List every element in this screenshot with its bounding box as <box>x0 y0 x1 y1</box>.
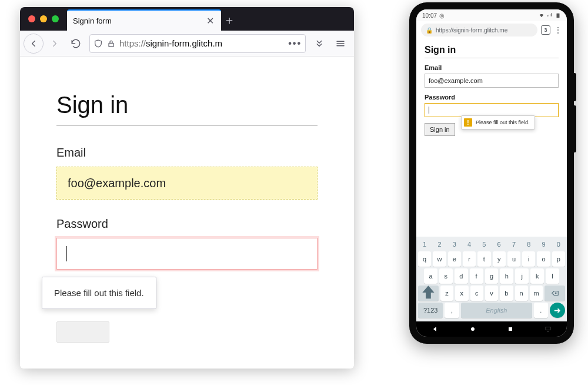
overflow-menu-icon[interactable]: ⋮ <box>554 26 562 34</box>
key-e[interactable]: e <box>448 251 461 267</box>
tab-strip: Signin form ✕ ＋ <box>20 7 354 31</box>
key-v[interactable]: v <box>485 286 498 301</box>
keyboard-collapse-icon[interactable] <box>544 326 552 333</box>
keyboard-number-row: 1234567890 <box>418 239 565 250</box>
key-i[interactable]: i <box>522 251 535 267</box>
password-label: Password <box>56 217 318 231</box>
mobile-page-content: Sign in Email foo@example.com Password S… <box>416 39 567 138</box>
window-controls <box>20 7 67 31</box>
key-p[interactable]: p <box>552 251 565 267</box>
key-s[interactable]: s <box>439 268 453 284</box>
email-label: Email <box>56 146 318 160</box>
tracking-shield-icon[interactable] <box>93 39 103 48</box>
soft-keyboard: 1234567890 qwertyuiop asdfghjkl zxcvbnm … <box>416 237 567 321</box>
desktop-browser-window: Signin form ✕ ＋ https://signin-form.glit… <box>20 7 354 369</box>
submit-button[interactable]: Sign in <box>425 123 455 136</box>
svg-rect-1 <box>557 14 560 18</box>
status-time: 10:07 <box>422 12 437 19</box>
svg-rect-0 <box>109 43 113 47</box>
key-o[interactable]: o <box>537 251 550 267</box>
key-t[interactable]: t <box>477 251 490 267</box>
svg-rect-3 <box>509 327 512 331</box>
key-m[interactable]: m <box>530 286 543 301</box>
text-caret <box>66 246 67 261</box>
page-actions-icon[interactable]: ••• <box>288 38 302 49</box>
back-nav-icon[interactable] <box>432 326 439 333</box>
keyboard-row-3: zxcvbnm <box>418 286 565 301</box>
key-4[interactable]: 4 <box>463 239 476 250</box>
key-0[interactable]: 0 <box>552 239 565 250</box>
password-field[interactable] <box>56 238 318 270</box>
cast-icon: ◎ <box>439 12 445 19</box>
browser-tab[interactable]: Signin form ✕ <box>67 9 221 31</box>
wifi-icon <box>539 12 544 18</box>
key-w[interactable]: w <box>433 251 446 267</box>
close-tab-icon[interactable]: ✕ <box>205 15 215 26</box>
enter-key[interactable]: ➜ <box>550 303 565 318</box>
back-button[interactable] <box>24 34 44 54</box>
close-window-button[interactable] <box>28 15 35 22</box>
reload-button[interactable] <box>66 34 86 54</box>
period-key[interactable]: . <box>534 303 548 318</box>
keyboard-row-2: asdfghjkl <box>418 268 565 284</box>
validation-tooltip: Please fill out this field. <box>42 277 156 309</box>
submit-button[interactable] <box>56 321 109 343</box>
key-z[interactable]: z <box>440 286 453 301</box>
key-7[interactable]: 7 <box>507 239 520 250</box>
key-9[interactable]: 9 <box>537 239 550 250</box>
key-8[interactable]: 8 <box>522 239 535 250</box>
backspace-key[interactable] <box>544 286 565 301</box>
phone-frame: 10:07 ◎ 🔒 https://signin-form.glitch.me … <box>409 2 574 344</box>
home-nav-icon[interactable] <box>469 326 476 333</box>
hamburger-menu-icon[interactable] <box>330 34 350 54</box>
overflow-chevron-icon[interactable] <box>309 34 329 54</box>
validation-tooltip: ! Please fill out this field. <box>461 115 535 130</box>
key-1[interactable]: 1 <box>418 239 431 250</box>
lock-icon[interactable] <box>106 39 116 48</box>
key-c[interactable]: c <box>470 286 483 301</box>
address-bar[interactable]: https://signin-form.glitch.m ••• <box>89 34 306 53</box>
comma-key[interactable]: , <box>445 303 459 318</box>
key-g[interactable]: g <box>485 268 499 284</box>
key-y[interactable]: y <box>493 251 506 267</box>
page-title: Sign in <box>56 92 318 126</box>
symbols-key[interactable]: ?123 <box>418 303 443 318</box>
new-tab-button[interactable]: ＋ <box>221 9 238 31</box>
tab-title: Signin form <box>73 16 205 25</box>
warning-icon: ! <box>464 118 472 127</box>
tab-switcher-button[interactable]: 3 <box>541 25 550 35</box>
key-l[interactable]: l <box>546 268 559 284</box>
email-value: foo@example.com <box>68 177 166 190</box>
email-field[interactable]: foo@example.com <box>425 74 559 88</box>
key-5[interactable]: 5 <box>477 239 490 250</box>
minimize-window-button[interactable] <box>40 15 47 22</box>
email-label: Email <box>425 64 559 71</box>
mobile-address-bar[interactable]: 🔒 https://signin-form.glitch.me <box>421 24 537 36</box>
forward-button[interactable] <box>45 34 65 54</box>
key-d[interactable]: d <box>455 268 468 284</box>
key-u[interactable]: u <box>507 251 520 267</box>
email-value: foo@example.com <box>429 77 483 84</box>
maximize-window-button[interactable] <box>52 15 59 22</box>
key-2[interactable]: 2 <box>433 239 446 250</box>
signal-icon <box>547 12 553 18</box>
key-r[interactable]: r <box>463 251 476 267</box>
key-6[interactable]: 6 <box>493 239 506 250</box>
key-k[interactable]: k <box>530 268 544 284</box>
email-field[interactable]: foo@example.com <box>56 167 318 200</box>
key-n[interactable]: n <box>515 286 528 301</box>
key-j[interactable]: j <box>515 268 529 284</box>
space-key[interactable]: English <box>461 303 532 318</box>
mobile-url-text: https://signin-form.glitch.me <box>436 27 507 34</box>
page-title: Sign in <box>425 45 559 58</box>
key-b[interactable]: b <box>500 286 513 301</box>
key-3[interactable]: 3 <box>448 239 461 250</box>
recents-nav-icon[interactable] <box>507 326 514 333</box>
key-h[interactable]: h <box>500 268 513 284</box>
shift-key[interactable] <box>418 286 439 301</box>
key-a[interactable]: a <box>424 268 437 284</box>
key-f[interactable]: f <box>470 268 483 284</box>
key-q[interactable]: q <box>418 251 431 267</box>
key-x[interactable]: x <box>455 286 468 301</box>
text-caret <box>429 107 429 114</box>
